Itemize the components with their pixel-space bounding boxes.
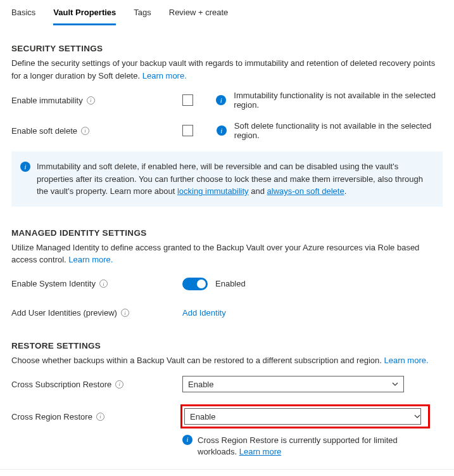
- cross-region-learn-more-link[interactable]: Learn more: [239, 447, 281, 456]
- tab-bar: Basics Vault Properties Tags Review + cr…: [0, 3, 454, 26]
- restore-settings-description: Choose whether backups within a Backup V…: [11, 354, 443, 367]
- tab-tags[interactable]: Tags: [134, 3, 151, 25]
- tab-vault-properties[interactable]: Vault Properties: [53, 3, 116, 25]
- cross-region-restore-row: Cross Region Restore Enable: [11, 404, 443, 428]
- info-icon: [182, 435, 192, 445]
- add-user-identities-label: Add User Identities (preview): [11, 308, 117, 318]
- cross-region-restore-select[interactable]: Enable: [184, 408, 421, 425]
- cross-subscription-restore-row: Cross Subscription Restore Enable: [11, 375, 443, 393]
- cross-region-restore-label: Cross Region Restore: [11, 412, 92, 421]
- security-desc-text: Define the security settings of your bac…: [11, 58, 435, 80]
- cross-subscription-restore-value: Enable: [188, 380, 213, 389]
- footer-toolbar: Review + create < Previous Next: Tags > …: [0, 469, 454, 476]
- enable-soft-delete-row: Enable soft delete Soft delete functiona…: [11, 121, 443, 140]
- soft-delete-warning-text: Soft delete functionality is not availab…: [234, 121, 443, 140]
- info-icon[interactable]: [87, 96, 95, 105]
- info-icon[interactable]: [81, 127, 89, 135]
- cross-subscription-restore-select[interactable]: Enable: [182, 376, 404, 392]
- cross-subscription-restore-label: Cross Subscription Restore: [11, 380, 111, 389]
- identity-learn-more-link[interactable]: Learn more.: [68, 255, 113, 264]
- enable-immutability-label: Enable immutability: [11, 96, 83, 105]
- add-user-identities-row: Add User Identities (preview) Add Identi…: [11, 304, 443, 322]
- enable-soft-delete-checkbox[interactable]: [182, 125, 193, 136]
- always-on-soft-delete-link[interactable]: always-on soft delete: [267, 186, 344, 196]
- immutability-warning-text: Immutability functionality is not availa…: [234, 91, 443, 110]
- enable-soft-delete-label: Enable soft delete: [11, 126, 77, 136]
- restore-learn-more-link[interactable]: Learn more.: [384, 356, 429, 365]
- tab-basics[interactable]: Basics: [11, 3, 35, 25]
- security-info-banner: Immutability and soft delete, if enabled…: [11, 151, 443, 207]
- banner-text-and: and: [249, 186, 267, 196]
- info-icon: [217, 125, 227, 136]
- enable-system-identity-row: Enable System Identity Enabled: [11, 275, 443, 293]
- tab-review-create[interactable]: Review + create: [169, 3, 229, 25]
- security-learn-more-link[interactable]: Learn more.: [142, 71, 187, 80]
- cross-region-info-text: Cross Region Restore is currently suppor…: [198, 435, 398, 456]
- banner-text: Immutability and soft delete, if enabled…: [37, 160, 434, 198]
- cross-region-restore-value: Enable: [190, 412, 215, 421]
- locking-immutability-link[interactable]: locking immutability: [177, 186, 249, 196]
- info-icon[interactable]: [99, 280, 108, 288]
- security-settings-heading: SECURITY SETTINGS: [11, 44, 443, 53]
- info-icon[interactable]: [115, 380, 123, 389]
- info-icon[interactable]: [96, 413, 104, 421]
- system-identity-toggle[interactable]: [182, 278, 208, 290]
- enable-immutability-checkbox[interactable]: [182, 94, 193, 106]
- system-identity-state-label: Enabled: [215, 279, 246, 288]
- enable-immutability-row: Enable immutability Immutability functio…: [11, 91, 443, 110]
- info-icon: [216, 95, 226, 105]
- restore-settings-heading: RESTORE SETTINGS: [11, 341, 443, 351]
- cross-region-restore-info: Cross Region Restore is currently suppor…: [182, 435, 436, 458]
- managed-identity-heading: MANAGED IDENTITY SETTINGS: [11, 228, 443, 238]
- security-settings-description: Define the security settings of your bac…: [11, 57, 443, 82]
- managed-identity-description: Utilize Managed Identity to define acces…: [11, 241, 443, 266]
- enable-system-identity-label: Enable System Identity: [11, 279, 96, 288]
- info-icon: [20, 162, 30, 172]
- add-identity-link[interactable]: Add Identity: [182, 308, 226, 318]
- restore-desc-text: Choose whether backups within a Backup V…: [11, 356, 384, 365]
- cross-region-restore-highlight: Enable: [180, 404, 430, 428]
- banner-text-period: .: [344, 186, 347, 196]
- info-icon[interactable]: [121, 309, 129, 317]
